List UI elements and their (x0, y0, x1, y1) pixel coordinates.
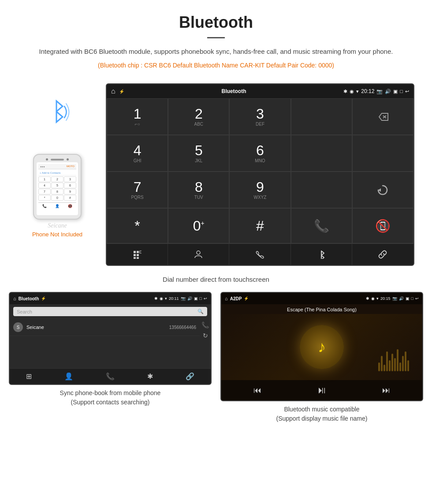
music-app-name: A2DP (230, 296, 242, 301)
dial-refresh[interactable] (352, 172, 413, 208)
phone-add-contacts: + Add to Contacts (38, 171, 76, 175)
svg-rect-4 (134, 251, 136, 253)
phone-end-btn[interactable]: 📵 (68, 204, 72, 208)
wifi-status-icon: ▾ (356, 89, 359, 94)
phone-key-1[interactable]: 1 (38, 176, 51, 182)
phone-key-star[interactable]: * (38, 195, 51, 201)
phonebook-block: ⌂ Bluetooth ⚡ ✱◉▾ 20:11 📷🔊▣□↩ Search 🔍 (9, 292, 212, 423)
dialpad-screen: ⌂ ⚡ Bluetooth ✱ ◉ ▾ 20:12 📷 🔊 ▣ □ ↩ 1 (106, 83, 414, 266)
main-content: ●●● MOTO + Add to Contacts 1 2 3 4 5 6 7… (0, 79, 432, 270)
dial-key-5[interactable]: 5 JKL (168, 135, 229, 172)
pb-bottom-grid-icon[interactable]: ⊞ (26, 372, 32, 381)
pb-app-name: Bluetooth (19, 296, 39, 301)
dial-key-star[interactable]: * (107, 208, 168, 243)
dial-key-hash[interactable]: # (229, 208, 290, 243)
svg-rect-10 (134, 257, 136, 259)
pb-bottom-person-icon[interactable]: 👤 (64, 372, 73, 381)
dial-empty-1 (291, 98, 352, 135)
status-time: 20:12 (361, 88, 374, 94)
pb-bottom-bt-icon[interactable]: ✱ (147, 372, 153, 381)
phone-key-2[interactable]: 2 (51, 176, 63, 182)
header-section: Bluetooth Integrated with BC6 Bluetooth … (0, 0, 432, 79)
music-playpause-btn[interactable]: ⏯ (317, 385, 327, 396)
phone-key-6[interactable]: 6 (64, 183, 76, 188)
bottom-screenshots: ⌂ Bluetooth ⚡ ✱◉▾ 20:11 📷🔊▣□↩ Search 🔍 (0, 287, 432, 432)
music-song-title: Escape (The Pina Colada Song) (221, 304, 422, 314)
dialpad-btn-bluetooth[interactable] (291, 244, 352, 265)
phone-screen: ●●● MOTO + Add to Contacts 1 2 3 4 5 6 7… (37, 162, 78, 215)
phone-top-bar (37, 158, 78, 161)
phone-key-7[interactable]: 7 (38, 189, 51, 194)
music-prev-btn[interactable]: ⏮ (253, 386, 261, 395)
phone-key-3[interactable]: 3 (64, 176, 76, 182)
pb-contact-avatar: S (13, 322, 23, 332)
music-content: ♪ (221, 314, 422, 380)
dialpad-app-name: Bluetooth (221, 88, 246, 94)
dial-endcall-button[interactable]: 📵 (352, 208, 413, 243)
dialpad-btn-phone[interactable] (229, 244, 290, 265)
pb-bottom-link-icon[interactable]: 🔗 (186, 372, 194, 381)
dialpad-btn-grid[interactable] (107, 244, 168, 265)
svg-point-12 (197, 251, 200, 254)
dial-key-9[interactable]: 9 WXYZ (229, 172, 290, 208)
pb-search-bar[interactable]: Search 🔍 (13, 307, 207, 316)
bluetooth-status-icon: ✱ (343, 89, 347, 94)
pb-sync-icon[interactable]: ↻ (203, 332, 208, 339)
phone-contacts-icon[interactable]: 👤 (55, 204, 60, 208)
seicane-watermark: Seicane (48, 222, 67, 229)
phone-key-hash[interactable]: # (64, 195, 76, 201)
dial-key-4[interactable]: 4 GHI (107, 135, 168, 172)
dial-key-1[interactable]: 1 ⌐○ (107, 98, 168, 135)
svg-rect-5 (137, 251, 139, 253)
music-screen: ⌂ A2DP ⚡ ✱◉▾ 20:15 📷🔊▣□↩ Escape (The Pin… (220, 292, 423, 401)
phone-not-included-label: Phone Not Included (32, 231, 82, 238)
usb-icon: ⚡ (119, 89, 124, 94)
pb-contact-number: 13566664466 (169, 325, 196, 330)
dial-caption: Dial number direct from touchscreen (0, 270, 432, 287)
window-status-icon: □ (400, 89, 403, 94)
dialpad-btn-person[interactable] (168, 244, 229, 265)
pb-call-icon[interactable]: 📞 (201, 321, 209, 329)
dialpad-btn-link[interactable] (352, 244, 413, 265)
phone-call-btn[interactable]: 📞 (42, 204, 47, 208)
phone-sensor (67, 158, 69, 161)
music-time: 20:15 (380, 296, 391, 301)
dial-key-8[interactable]: 8 TUV (168, 172, 229, 208)
phone-key-9[interactable]: 9 (64, 189, 76, 194)
dial-call-button[interactable]: 📞 (291, 208, 352, 243)
status-left: ⌂ ⚡ (111, 87, 124, 95)
phone-key-8[interactable]: 8 (51, 189, 63, 194)
phone-screen-header: ●●● MOTO (38, 164, 76, 169)
call-red-icon: 📵 (375, 219, 391, 233)
phone-key-5[interactable]: 5 (51, 183, 63, 188)
pb-contact-name: Seicane (26, 325, 169, 330)
svg-rect-8 (137, 254, 139, 256)
dial-key-2[interactable]: 2 ABC (168, 98, 229, 135)
back-status-icon[interactable]: ↩ (405, 89, 409, 94)
svg-rect-9 (140, 254, 142, 256)
pb-search-icon[interactable]: 🔍 (197, 309, 204, 314)
description-text: Integrated with BC6 Bluetooth module, su… (26, 46, 406, 57)
phone-camera (46, 158, 48, 161)
dial-backspace[interactable] (352, 98, 413, 135)
bluetooth-waves (40, 97, 75, 127)
dialpad-container: 1 ⌐○ 2 ABC 3 DEF (107, 98, 413, 265)
spec-text: (Bluetooth chip : CSR BC6 Default Blueto… (26, 60, 406, 70)
dial-empty-3 (352, 135, 413, 172)
volume-status-icon: 🔊 (385, 89, 391, 94)
phone-key-0[interactable]: 0 (51, 195, 63, 201)
phone-key-4[interactable]: 4 (38, 183, 51, 188)
dialpad-status-bar: ⌂ ⚡ Bluetooth ✱ ◉ ▾ 20:12 📷 🔊 ▣ □ ↩ (107, 84, 413, 98)
dial-key-7[interactable]: 7 PQRS (107, 172, 168, 208)
dial-key-6[interactable]: 6 MNO (229, 135, 290, 172)
dial-key-0[interactable]: 0+ (168, 208, 229, 243)
pb-contact-row[interactable]: S Seicane 13566664466 (10, 319, 200, 336)
dial-key-3[interactable]: 3 DEF (229, 98, 290, 135)
home-icon[interactable]: ⌂ (111, 87, 115, 95)
pb-bottom-phone-icon[interactable]: 📞 (106, 372, 115, 381)
svg-rect-6 (140, 251, 142, 253)
status-right: ✱ ◉ ▾ 20:12 📷 🔊 ▣ □ ↩ (343, 88, 409, 94)
screen-status-icon: ▣ (393, 89, 398, 94)
music-next-btn[interactable]: ⏭ (382, 386, 390, 395)
music-status-bar: ⌂ A2DP ⚡ ✱◉▾ 20:15 📷🔊▣□↩ (221, 293, 422, 304)
